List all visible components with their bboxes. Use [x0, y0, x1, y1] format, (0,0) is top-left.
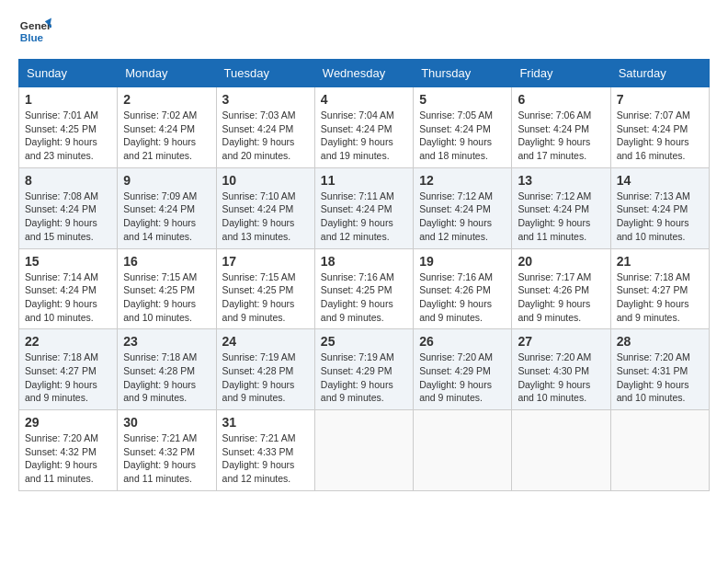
- day-detail: Sunrise: 7:20 AMSunset: 4:31 PMDaylight:…: [617, 350, 703, 405]
- day-detail: Sunrise: 7:01 AMSunset: 4:25 PMDaylight:…: [25, 109, 111, 163]
- header-friday: Friday: [512, 60, 610, 87]
- calendar-cell: 27Sunrise: 7:20 AMSunset: 4:30 PMDayligh…: [512, 329, 610, 410]
- calendar-cell: 20Sunrise: 7:17 AMSunset: 4:26 PMDayligh…: [512, 248, 610, 329]
- calendar-cell: 8Sunrise: 7:08 AMSunset: 4:24 PMDaylight…: [19, 167, 118, 248]
- header-sunday: Sunday: [19, 60, 118, 87]
- day-detail: Sunrise: 7:13 AMSunset: 4:24 PMDaylight:…: [617, 190, 703, 244]
- calendar-cell: 17Sunrise: 7:15 AMSunset: 4:25 PMDayligh…: [216, 248, 314, 329]
- day-number: 12: [419, 173, 506, 188]
- day-detail: Sunrise: 7:04 AMSunset: 4:24 PMDaylight:…: [321, 109, 407, 163]
- day-number: 17: [222, 254, 309, 269]
- day-detail: Sunrise: 7:05 AMSunset: 4:24 PMDaylight:…: [419, 109, 506, 163]
- day-detail: Sunrise: 7:12 AMSunset: 4:24 PMDaylight:…: [518, 190, 604, 244]
- calendar-cell: 19Sunrise: 7:16 AMSunset: 4:26 PMDayligh…: [414, 248, 512, 329]
- day-detail: Sunrise: 7:10 AMSunset: 4:24 PMDaylight:…: [222, 190, 309, 244]
- day-detail: Sunrise: 7:16 AMSunset: 4:25 PMDaylight:…: [321, 270, 407, 325]
- day-detail: Sunrise: 7:17 AMSunset: 4:26 PMDaylight:…: [518, 270, 604, 325]
- day-number: 4: [321, 92, 407, 107]
- day-detail: Sunrise: 7:19 AMSunset: 4:28 PMDaylight:…: [222, 350, 309, 405]
- week-row-2: 8Sunrise: 7:08 AMSunset: 4:24 PMDaylight…: [19, 167, 710, 248]
- calendar-cell: 24Sunrise: 7:19 AMSunset: 4:28 PMDayligh…: [216, 329, 314, 410]
- calendar-cell: 13Sunrise: 7:12 AMSunset: 4:24 PMDayligh…: [512, 167, 610, 248]
- day-number: 18: [321, 254, 407, 269]
- day-detail: Sunrise: 7:15 AMSunset: 4:25 PMDaylight:…: [222, 270, 309, 325]
- calendar-cell: [414, 410, 512, 491]
- week-row-3: 15Sunrise: 7:14 AMSunset: 4:24 PMDayligh…: [19, 248, 710, 329]
- day-number: 21: [617, 254, 703, 269]
- day-detail: Sunrise: 7:18 AMSunset: 4:28 PMDaylight:…: [123, 350, 210, 405]
- day-number: 31: [222, 415, 309, 430]
- header-saturday: Saturday: [610, 60, 709, 87]
- calendar-cell: 7Sunrise: 7:07 AMSunset: 4:24 PMDaylight…: [610, 87, 709, 168]
- day-number: 15: [25, 254, 111, 269]
- header-monday: Monday: [118, 60, 216, 87]
- day-detail: Sunrise: 7:02 AMSunset: 4:24 PMDaylight:…: [123, 109, 210, 163]
- day-number: 16: [123, 254, 210, 269]
- calendar-cell: 1Sunrise: 7:01 AMSunset: 4:25 PMDaylight…: [19, 87, 118, 168]
- day-detail: Sunrise: 7:20 AMSunset: 4:30 PMDaylight:…: [518, 350, 604, 405]
- calendar-cell: 12Sunrise: 7:12 AMSunset: 4:24 PMDayligh…: [414, 167, 512, 248]
- day-detail: Sunrise: 7:03 AMSunset: 4:24 PMDaylight:…: [222, 109, 309, 163]
- day-number: 26: [419, 334, 506, 349]
- calendar-cell: 2Sunrise: 7:02 AMSunset: 4:24 PMDaylight…: [118, 87, 216, 168]
- day-number: 30: [123, 415, 210, 430]
- day-detail: Sunrise: 7:16 AMSunset: 4:26 PMDaylight:…: [419, 270, 506, 325]
- day-number: 27: [518, 334, 604, 349]
- day-detail: Sunrise: 7:21 AMSunset: 4:33 PMDaylight:…: [222, 431, 309, 486]
- calendar-cell: 18Sunrise: 7:16 AMSunset: 4:25 PMDayligh…: [314, 248, 413, 329]
- calendar-cell: 30Sunrise: 7:21 AMSunset: 4:32 PMDayligh…: [118, 410, 216, 491]
- day-detail: Sunrise: 7:09 AMSunset: 4:24 PMDaylight:…: [123, 190, 210, 244]
- calendar-cell: 14Sunrise: 7:13 AMSunset: 4:24 PMDayligh…: [610, 167, 709, 248]
- calendar-cell: 28Sunrise: 7:20 AMSunset: 4:31 PMDayligh…: [610, 329, 709, 410]
- header-thursday: Thursday: [414, 60, 512, 87]
- day-number: 7: [617, 92, 703, 107]
- svg-text:Blue: Blue: [20, 31, 44, 43]
- day-detail: Sunrise: 7:07 AMSunset: 4:24 PMDaylight:…: [617, 109, 703, 163]
- day-detail: Sunrise: 7:18 AMSunset: 4:27 PMDaylight:…: [617, 270, 703, 325]
- day-number: 29: [25, 415, 111, 430]
- calendar-cell: 23Sunrise: 7:18 AMSunset: 4:28 PMDayligh…: [118, 329, 216, 410]
- day-number: 25: [321, 334, 407, 349]
- header: General Blue: [18, 15, 710, 48]
- day-number: 1: [25, 92, 111, 107]
- calendar-cell: 26Sunrise: 7:20 AMSunset: 4:29 PMDayligh…: [414, 329, 512, 410]
- day-detail: Sunrise: 7:18 AMSunset: 4:27 PMDaylight:…: [25, 350, 111, 405]
- day-number: 11: [321, 173, 407, 188]
- day-number: 28: [617, 334, 703, 349]
- day-number: 19: [419, 254, 506, 269]
- day-number: 13: [518, 173, 604, 188]
- calendar-cell: 9Sunrise: 7:09 AMSunset: 4:24 PMDaylight…: [118, 167, 216, 248]
- calendar-cell: [512, 410, 610, 491]
- day-number: 24: [222, 334, 309, 349]
- day-detail: Sunrise: 7:19 AMSunset: 4:29 PMDaylight:…: [321, 350, 407, 405]
- calendar-cell: 16Sunrise: 7:15 AMSunset: 4:25 PMDayligh…: [118, 248, 216, 329]
- calendar-cell: 31Sunrise: 7:21 AMSunset: 4:33 PMDayligh…: [216, 410, 314, 491]
- week-row-4: 22Sunrise: 7:18 AMSunset: 4:27 PMDayligh…: [19, 329, 710, 410]
- calendar-cell: 4Sunrise: 7:04 AMSunset: 4:24 PMDaylight…: [314, 87, 413, 168]
- week-row-1: 1Sunrise: 7:01 AMSunset: 4:25 PMDaylight…: [19, 87, 710, 168]
- day-number: 3: [222, 92, 309, 107]
- day-detail: Sunrise: 7:21 AMSunset: 4:32 PMDaylight:…: [123, 431, 210, 486]
- calendar-cell: [610, 410, 709, 491]
- week-row-5: 29Sunrise: 7:20 AMSunset: 4:32 PMDayligh…: [19, 410, 710, 491]
- day-number: 23: [123, 334, 210, 349]
- day-detail: Sunrise: 7:11 AMSunset: 4:24 PMDaylight:…: [321, 190, 407, 244]
- day-detail: Sunrise: 7:20 AMSunset: 4:29 PMDaylight:…: [419, 350, 506, 405]
- day-number: 8: [25, 173, 111, 188]
- day-detail: Sunrise: 7:08 AMSunset: 4:24 PMDaylight:…: [25, 190, 111, 244]
- day-detail: Sunrise: 7:12 AMSunset: 4:24 PMDaylight:…: [419, 190, 506, 244]
- calendar-cell: [314, 410, 413, 491]
- calendar-header-row: SundayMondayTuesdayWednesdayThursdayFrid…: [19, 60, 710, 87]
- header-wednesday: Wednesday: [314, 60, 413, 87]
- calendar-cell: 11Sunrise: 7:11 AMSunset: 4:24 PMDayligh…: [314, 167, 413, 248]
- day-detail: Sunrise: 7:20 AMSunset: 4:32 PMDaylight:…: [25, 431, 111, 486]
- calendar-cell: 5Sunrise: 7:05 AMSunset: 4:24 PMDaylight…: [414, 87, 512, 168]
- day-number: 2: [123, 92, 210, 107]
- calendar-cell: 3Sunrise: 7:03 AMSunset: 4:24 PMDaylight…: [216, 87, 314, 168]
- day-number: 6: [518, 92, 604, 107]
- calendar-cell: 15Sunrise: 7:14 AMSunset: 4:24 PMDayligh…: [19, 248, 118, 329]
- day-detail: Sunrise: 7:15 AMSunset: 4:25 PMDaylight:…: [123, 270, 210, 325]
- calendar-cell: 29Sunrise: 7:20 AMSunset: 4:32 PMDayligh…: [19, 410, 118, 491]
- day-number: 22: [25, 334, 111, 349]
- day-number: 20: [518, 254, 604, 269]
